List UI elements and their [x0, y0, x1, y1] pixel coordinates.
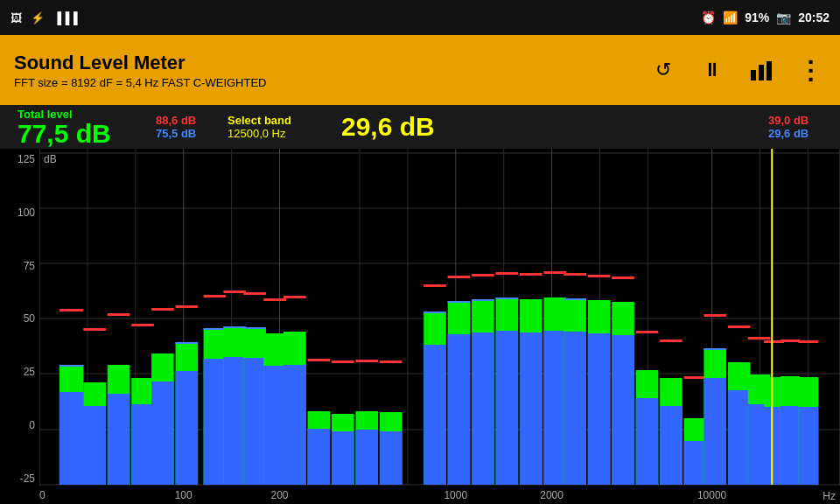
- svg-rect-38: [176, 305, 199, 308]
- chart-svg[interactable]: 20 100 200 1000 2000 10000: [39, 149, 840, 504]
- svg-rect-126: [780, 340, 800, 342]
- svg-rect-0: [751, 70, 756, 80]
- total-level-value: 77,5 dB: [18, 121, 111, 147]
- svg-rect-2: [766, 61, 772, 80]
- svg-rect-114: [704, 348, 726, 350]
- svg-rect-120: [748, 337, 771, 340]
- select-band-value: 29,6 dB: [341, 114, 435, 140]
- svg-rect-66: [355, 360, 378, 362]
- svg-rect-104: [636, 331, 659, 333]
- x-label-2000: 2000: [540, 489, 564, 501]
- total-level-section: Total level 77,5 dB: [9, 108, 149, 147]
- y-label-50: 50: [24, 312, 35, 325]
- y-label-100: 100: [18, 206, 35, 219]
- svg-rect-39: [176, 342, 199, 344]
- svg-rect-68: [380, 431, 402, 485]
- svg-rect-42: [204, 295, 227, 298]
- svg-rect-77: [448, 301, 471, 303]
- svg-rect-72: [424, 284, 446, 287]
- y-label-25: 25: [24, 366, 35, 378]
- right-peak-red: 39,0 dB: [768, 114, 808, 127]
- chart-button[interactable]: [746, 54, 777, 86]
- x-label-100: 100: [175, 489, 192, 501]
- svg-rect-117: [728, 326, 751, 328]
- svg-rect-54: [263, 298, 286, 301]
- status-bar: 🖼 ⚡ ▐▐▐ ⏰ 📶 91% 📷 20:52: [0, 0, 840, 35]
- info-bar: Total level 77,5 dB 88,6 dB 75,5 dB Sele…: [0, 105, 840, 149]
- peak-red-1: [60, 309, 83, 312]
- svg-rect-125: [780, 406, 800, 485]
- svg-rect-53: [263, 366, 286, 485]
- svg-rect-51: [243, 327, 266, 329]
- svg-rect-29: [108, 313, 130, 316]
- bar-blue-2: [83, 406, 106, 485]
- chart-area[interactable]: 125 100 75 50 25 0 -25 dB Hz: [0, 149, 840, 504]
- pause-button[interactable]: ⏸: [696, 54, 728, 86]
- svg-rect-100: [612, 335, 634, 485]
- svg-rect-75: [448, 334, 471, 485]
- svg-rect-60: [308, 359, 331, 361]
- svg-rect-1: [759, 65, 764, 80]
- alarm-icon: ⏰: [701, 10, 716, 24]
- y-label-neg25: -25: [20, 472, 35, 485]
- svg-rect-107: [660, 340, 682, 342]
- app-header: Sound Level Meter FFT size = 8192 dF = 5…: [0, 35, 840, 105]
- clock: 20:52: [798, 10, 830, 24]
- x-label-1000: 1000: [444, 489, 467, 501]
- peak-blue-line-1: [60, 365, 83, 367]
- signal-icon: ▐▐▐: [53, 11, 78, 24]
- select-band-freq: 12500,0 Hz: [228, 127, 286, 140]
- select-band-section[interactable]: Select band 12500,0 Hz: [219, 114, 332, 140]
- svg-rect-98: [588, 275, 611, 277]
- status-right-info: ⏰ 📶 91% 📷 20:52: [701, 10, 830, 24]
- header-controls: ↺ ⏸ ⋮: [648, 54, 826, 86]
- svg-rect-41: [204, 359, 227, 485]
- svg-rect-128: [798, 407, 818, 485]
- svg-rect-91: [543, 271, 566, 274]
- svg-rect-69: [380, 360, 402, 363]
- svg-rect-49: [243, 358, 266, 485]
- svg-rect-71: [424, 345, 446, 485]
- header-left: Sound Level Meter FFT size = 8192 dF = 5…: [14, 52, 267, 89]
- svg-rect-113: [704, 314, 726, 317]
- more-button[interactable]: ⋮: [794, 54, 826, 86]
- svg-rect-57: [284, 296, 306, 298]
- svg-rect-103: [636, 398, 659, 485]
- picture-icon: 🖼: [10, 11, 22, 24]
- svg-rect-62: [332, 431, 354, 485]
- svg-rect-63: [332, 360, 354, 363]
- svg-rect-46: [223, 290, 246, 293]
- svg-rect-28: [108, 394, 130, 485]
- svg-rect-110: [684, 376, 707, 379]
- svg-rect-97: [588, 333, 611, 485]
- svg-rect-106: [660, 406, 682, 485]
- chart-canvas[interactable]: dB Hz: [39, 149, 840, 504]
- svg-rect-88: [520, 273, 542, 276]
- y-label-75: 75: [24, 260, 35, 272]
- svg-rect-83: [496, 331, 519, 485]
- bar-blue-1: [60, 392, 83, 485]
- app-title: Sound Level Meter: [14, 52, 267, 74]
- peak-section: 88,6 dB 75,5 dB: [149, 108, 219, 145]
- x-label-200: 200: [270, 489, 288, 501]
- svg-rect-95: [564, 298, 586, 300]
- y-label-0: 0: [29, 419, 35, 431]
- usb-icon: ⚡: [31, 11, 45, 24]
- svg-rect-93: [564, 332, 586, 485]
- svg-rect-90: [543, 331, 566, 485]
- svg-rect-73: [424, 312, 446, 313]
- svg-rect-43: [204, 328, 227, 330]
- app-subtitle: FFT size = 8192 dF = 5,4 Hz FAST C-WEIGH…: [14, 76, 267, 89]
- reset-button[interactable]: ↺: [648, 54, 679, 86]
- x-label-20: 20: [39, 489, 46, 501]
- svg-rect-94: [564, 273, 586, 276]
- screenshot-icon: 📷: [776, 10, 791, 24]
- svg-rect-109: [684, 441, 707, 485]
- svg-rect-129: [798, 340, 818, 343]
- svg-rect-80: [472, 274, 494, 276]
- svg-rect-59: [308, 429, 331, 485]
- svg-rect-50: [243, 292, 266, 295]
- svg-rect-84: [496, 272, 519, 275]
- svg-rect-76: [448, 276, 471, 278]
- svg-rect-47: [223, 326, 246, 328]
